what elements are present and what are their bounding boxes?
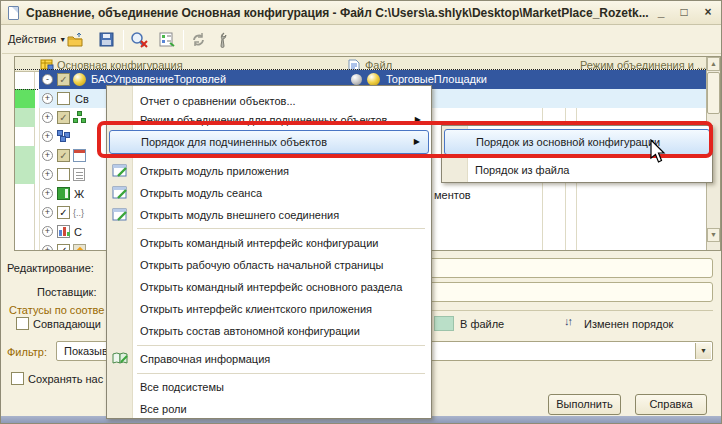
- scroll-down-button[interactable]: ▼: [707, 228, 720, 242]
- expand-icon[interactable]: +: [42, 245, 53, 251]
- common-templates-icon: {..}: [73, 208, 84, 218]
- expand-icon[interactable]: +: [42, 169, 53, 180]
- expand-icon[interactable]: +: [42, 188, 53, 199]
- status-stripe-pale: [15, 165, 35, 184]
- menu-separator: [137, 373, 425, 374]
- calendar-icon: [73, 149, 86, 162]
- status-stripe-pale: [15, 146, 35, 165]
- annotation-red-box: [97, 121, 713, 158]
- expand-icon[interactable]: +: [42, 226, 53, 237]
- changed-order-icon: ↓↑: [564, 315, 571, 327]
- row-label-fragment: Св: [75, 93, 89, 105]
- expand-icon[interactable]: +: [42, 131, 53, 142]
- editing-label: Редактирование:: [7, 262, 94, 274]
- merge-checkbox[interactable]: ✓: [57, 206, 70, 219]
- expand-icon[interactable]: +: [42, 150, 53, 161]
- close-button[interactable]: ×: [698, 4, 718, 22]
- combo-dropdown-icon[interactable]: ▼: [695, 343, 711, 359]
- save-settings-checkbox[interactable]: [11, 372, 24, 385]
- merge-checkbox[interactable]: ✓: [57, 111, 70, 124]
- filter-value: Показыв: [64, 345, 108, 357]
- title-bar: Сравнение, объединение Основная конфигур…: [1, 1, 722, 25]
- menu-item-compare-report[interactable]: Отчет о сравнении объектов...: [109, 90, 429, 112]
- expand-icon[interactable]: +: [42, 93, 53, 104]
- row-label-fragment: Ж: [74, 188, 84, 200]
- matching-label: Совпадающи: [33, 318, 101, 330]
- merge-checkbox[interactable]: [57, 92, 70, 105]
- vendor-label: Поставщик:: [37, 286, 96, 298]
- status-stripe-pale: [15, 108, 35, 127]
- expand-icon[interactable]: +: [42, 112, 53, 123]
- compare-objects-icon[interactable]: [130, 31, 148, 49]
- subsystems-icon: [73, 111, 87, 124]
- help-button[interactable]: Справка: [635, 394, 707, 415]
- menu-item-open-external-module[interactable]: Открыть модуль внешнего соединения: [109, 204, 429, 226]
- file-config-name: ТорговыеПлощадки: [386, 73, 487, 85]
- row-label-fragment: С: [74, 226, 82, 238]
- menu-item-open-command-interface[interactable]: Открыть командный интерфейс конфигурации: [109, 232, 429, 254]
- object-icon: [73, 73, 86, 86]
- menu-item-open-start-page[interactable]: Открыть рабочую область начальной страни…: [109, 254, 429, 276]
- expand-icon[interactable]: +: [42, 207, 53, 218]
- minimize-button[interactable]: _: [651, 4, 671, 22]
- scroll-up-button[interactable]: ▲: [707, 57, 720, 71]
- menu-item-help-info[interactable]: Справочная информация: [109, 348, 429, 370]
- status-stripe-green: [15, 89, 35, 108]
- common-modules-icon: [57, 130, 71, 143]
- service-wrench-icon[interactable]: [218, 31, 236, 49]
- new-document-icon[interactable]: [66, 31, 84, 49]
- filter-label: Фильтр:: [7, 346, 47, 358]
- collapse-icon[interactable]: -: [42, 74, 53, 85]
- scrollbar-thumb[interactable]: [707, 72, 720, 114]
- app-window: Сравнение, объединение Основная конфигур…: [0, 0, 722, 424]
- matching-checkbox[interactable]: [16, 317, 29, 330]
- in-file-swatch: [434, 316, 454, 331]
- merge-settings-icon[interactable]: [158, 31, 176, 49]
- actions-menu-button[interactable]: Действия ▼: [8, 33, 66, 45]
- new-object-icon: [73, 244, 86, 251]
- window-icon: [8, 6, 19, 20]
- report-chart-icon: [57, 225, 70, 238]
- submenu-item-order-from-file[interactable]: Порядок из файла: [444, 160, 710, 180]
- menu-item-open-client-interface[interactable]: Открыть интерфейс клиентского приложения: [109, 298, 429, 320]
- execute-button[interactable]: Выполнить: [548, 394, 621, 415]
- merge-checkbox[interactable]: ✓: [57, 73, 70, 86]
- menu-item-all-subsystems[interactable]: Все подсистемы: [109, 376, 429, 398]
- save-icon[interactable]: [98, 31, 116, 49]
- toolbar-separator: [123, 30, 124, 50]
- journal-icon: [57, 187, 70, 200]
- refresh-icon[interactable]: [190, 31, 208, 49]
- menu-item-all-roles[interactable]: Все роли: [109, 398, 429, 420]
- statuses-group-label: Статусы по соотве: [9, 304, 104, 316]
- changed-order-label: Изменен порядок: [584, 318, 673, 330]
- menu-item-open-session-module[interactable]: Открыть модуль сеанса: [109, 182, 429, 204]
- window-title: Сравнение, объединение Основная конфигур…: [26, 6, 649, 20]
- merge-checkbox[interactable]: ✓: [57, 244, 70, 251]
- document-icon: [73, 168, 85, 181]
- toolbar-separator: [183, 30, 184, 50]
- menu-separator: [137, 228, 425, 229]
- merge-checkbox[interactable]: [57, 168, 70, 181]
- merge-checkbox[interactable]: ✓: [57, 149, 70, 162]
- save-settings-label: Сохранять нас: [28, 373, 103, 385]
- maximize-button[interactable]: □: [674, 4, 694, 22]
- menu-item-open-app-module[interactable]: Открыть модуль приложения: [109, 160, 429, 182]
- toolbar: Действия ▼: [2, 26, 722, 54]
- in-file-label: В файле: [460, 318, 504, 330]
- menu-item-open-standalone-config[interactable]: Открыть состав автономной конфигурации: [109, 320, 429, 342]
- row-label-fragment-right: ментов: [434, 189, 471, 201]
- menu-item-open-main-section-interface[interactable]: Открыть командный интерфейс основного ра…: [109, 276, 429, 298]
- main-config-name: БАСУправлениеТорговлей: [91, 73, 226, 85]
- mouse-cursor: [650, 139, 667, 167]
- merge-mark-icon: [351, 74, 362, 85]
- menu-separator: [137, 345, 425, 346]
